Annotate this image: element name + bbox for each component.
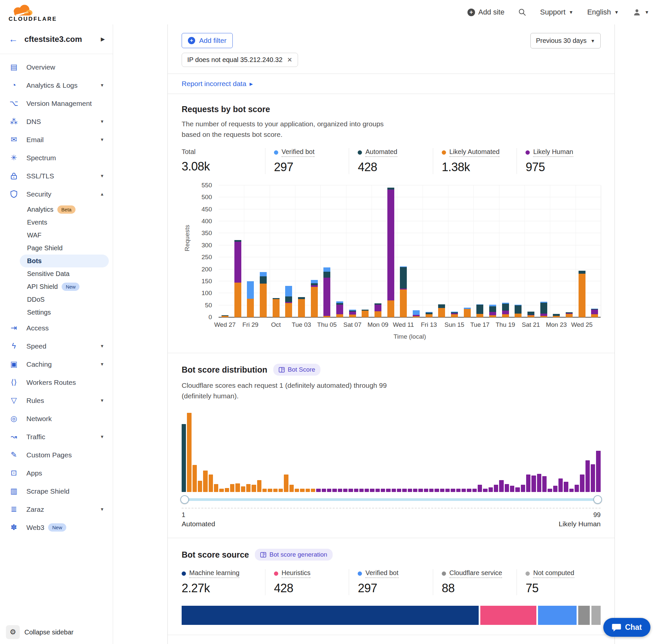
histogram-bar-likely-human[interactable] (596, 451, 600, 492)
requests-bar-thu-19[interactable] (502, 303, 509, 317)
chevron-right-icon[interactable]: ▶ (101, 36, 105, 42)
requests-bar-sat-07[interactable] (349, 309, 356, 317)
sidebar-item-overview[interactable]: ▤Overview (0, 58, 113, 76)
sidebar-item-network[interactable]: ◎Network (0, 410, 113, 428)
time-range-dropdown[interactable]: Previous 30 days ▼ (531, 33, 601, 48)
histogram-bar-likely-automated[interactable] (252, 485, 256, 492)
requests-bar-oct-01[interactable] (273, 298, 280, 317)
histogram-bar-likely-human[interactable] (364, 489, 369, 492)
requests-bar-fri-13[interactable] (426, 312, 432, 317)
histogram-bar-likely-human[interactable] (515, 487, 520, 492)
requests-bar-sun-22[interactable] (540, 302, 547, 317)
requests-bar-thu-12[interactable] (413, 310, 420, 317)
histogram-bar-likely-human[interactable] (580, 475, 584, 492)
histogram-bar-likely-human[interactable] (526, 475, 531, 492)
histogram-bar-likely-automated[interactable] (289, 485, 294, 492)
histogram-bar-likely-automated[interactable] (187, 413, 191, 492)
histogram-bar-likely-automated[interactable] (284, 475, 288, 492)
sidebar-item-spectrum[interactable]: ✳Spectrum (0, 149, 113, 167)
histogram-bar-likely-human[interactable] (322, 489, 326, 492)
search-icon[interactable] (518, 8, 526, 16)
histogram-bar-likely-automated[interactable] (214, 484, 218, 492)
sidebar-item-ssl-tls[interactable]: SSL/TLS▼ (0, 167, 113, 185)
sidebar-item-apps[interactable]: ⊡Apps (0, 464, 113, 482)
histogram-bar-likely-human[interactable] (429, 489, 433, 492)
histogram-bar-likely-human[interactable] (392, 489, 396, 492)
histogram-bar-likely-human[interactable] (478, 485, 482, 492)
histogram-bar-likely-human[interactable] (483, 489, 487, 492)
requests-bar-sun-15[interactable] (451, 312, 458, 317)
stat-label[interactable]: Verified bot (365, 569, 398, 578)
bot-score-generation-badge[interactable]: Bot score generation (255, 549, 332, 560)
cloudflare-logo[interactable]: CLOUDFLARE (8, 3, 57, 22)
histogram-bar-likely-automated[interactable] (203, 470, 207, 492)
histogram-bar-likely-human[interactable] (316, 489, 321, 492)
filter-chip[interactable]: IP does not equal 35.212.240.32 ✕ (182, 53, 298, 67)
histogram-bar-likely-human[interactable] (376, 489, 380, 492)
histogram-bar-likely-human[interactable] (591, 464, 595, 492)
histogram-bar-likely-human[interactable] (505, 484, 509, 492)
requests-bar-thu-05[interactable] (323, 268, 330, 317)
sidebar-item-security-api-shield[interactable]: API ShieldNew (0, 280, 113, 293)
stat-label[interactable]: Cloudflare service (449, 569, 502, 578)
stat-label[interactable]: Heuristics (282, 569, 310, 578)
requests-bar-tue-03[interactable] (298, 297, 305, 317)
sidebar-item-web3[interactable]: ✽Web3New (0, 519, 113, 536)
histogram-bar-likely-automated[interactable] (262, 489, 267, 492)
histogram-bar-likely-automated[interactable] (268, 489, 272, 492)
requests-bar-fri-20[interactable] (515, 305, 521, 317)
histogram-bar-likely-human[interactable] (445, 489, 450, 492)
histogram-bar-likely-human[interactable] (338, 489, 342, 492)
histogram-bar-likely-automated[interactable] (230, 484, 234, 492)
histogram-bar-likely-human[interactable] (467, 489, 471, 492)
histogram-bar-likely-human[interactable] (499, 480, 503, 492)
sidebar-item-speed[interactable]: ϟSpeed▼ (0, 337, 113, 355)
slider-handle-max[interactable] (593, 495, 602, 504)
gear-icon[interactable]: ⚙ (6, 625, 20, 639)
requests-bar-wed-27[interactable] (221, 315, 229, 317)
slider-handle-min[interactable] (180, 495, 189, 504)
histogram-bar-likely-human[interactable] (440, 489, 444, 492)
add-filter-button[interactable]: + Add filter (182, 33, 233, 48)
sidebar-item-security-bots[interactable]: Bots (20, 255, 109, 268)
chat-button[interactable]: Chat (603, 618, 651, 637)
sidebar-item-security-ddos[interactable]: DDoS (0, 293, 113, 306)
requests-bar-tue-10[interactable] (387, 188, 394, 317)
histogram-bar-likely-human[interactable] (332, 489, 336, 492)
sidebar-item-security-analytics[interactable]: AnalyticsBeta (0, 203, 113, 216)
histogram-bar-automated[interactable] (182, 424, 186, 492)
histogram-bar-likely-automated[interactable] (198, 481, 202, 492)
sidebar-item-workers-routes[interactable]: ⟨⟩Workers Routes (0, 373, 113, 391)
histogram-bar-likely-human[interactable] (424, 489, 428, 492)
sidebar-item-caching[interactable]: ▣Caching▼ (0, 355, 113, 373)
histogram-bar-likely-automated[interactable] (257, 480, 261, 492)
sidebar-item-security-page-shield[interactable]: Page Shield (0, 242, 113, 255)
histogram-bar-likely-automated[interactable] (306, 489, 310, 492)
histogram-bar-likely-human[interactable] (456, 489, 461, 492)
stat-label[interactable]: Automated (365, 148, 397, 157)
histogram-bar-likely-automated[interactable] (273, 489, 278, 492)
histogram-bar-likely-human[interactable] (451, 489, 455, 492)
sidebar-item-scrape-shield[interactable]: ▥Scrape Shield (0, 482, 113, 500)
histogram-bar-likely-human[interactable] (327, 489, 331, 492)
bot-score-slider[interactable] (182, 495, 601, 504)
histogram-bar-likely-automated[interactable] (225, 488, 229, 492)
requests-bar-mon-09[interactable] (375, 303, 381, 317)
stat-label[interactable]: Likely Human (533, 148, 573, 157)
requests-bar-tue-24[interactable] (566, 312, 573, 317)
source-segment-heuristics[interactable] (480, 606, 536, 625)
collapse-sidebar-button[interactable]: ⚙ Collapse sidebar (0, 620, 113, 644)
requests-bar-sat-30[interactable] (260, 272, 267, 317)
histogram-bar-likely-human[interactable] (408, 489, 412, 492)
histogram-bar-likely-human[interactable] (370, 489, 374, 492)
sidebar-item-email[interactable]: ✉Email▼ (0, 131, 113, 149)
account-menu[interactable]: ▼ (633, 8, 649, 17)
histogram-bar-likely-human[interactable] (521, 485, 525, 492)
histogram-bar-likely-human[interactable] (586, 460, 590, 492)
histogram-bar-likely-human[interactable] (547, 489, 552, 492)
slider-track[interactable] (182, 498, 601, 501)
requests-bar-mon-02[interactable] (285, 286, 292, 317)
requests-bar-fri-29[interactable] (247, 281, 254, 317)
histogram-bar-likely-human[interactable] (494, 485, 498, 492)
histogram-bar-likely-automated[interactable] (246, 484, 251, 492)
